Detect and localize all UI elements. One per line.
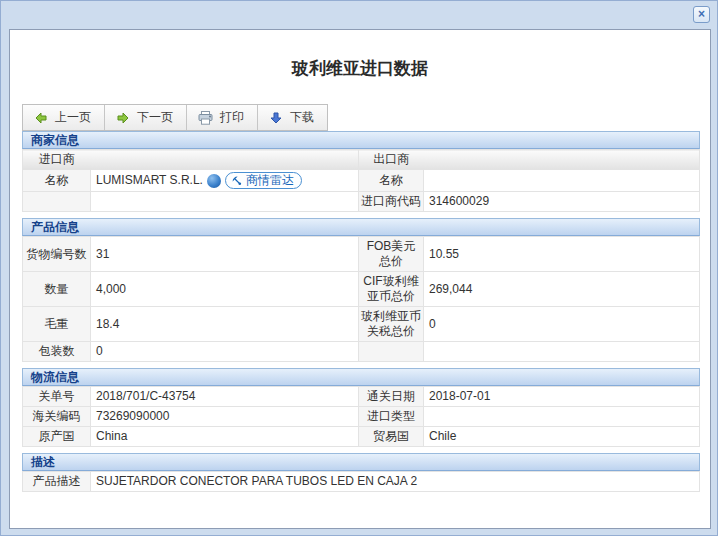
section-logistics: 物流信息 关单号 2018/701/C-43754 通关日期 2018-07-0…	[22, 368, 700, 447]
table-row: 进口商代码 314600029	[23, 192, 700, 212]
toolbar: 上一页 下一页 打印 下载	[22, 104, 328, 131]
radar-badge[interactable]: 商情雷达	[225, 172, 302, 189]
field-value: 4,000	[91, 272, 359, 307]
page-title: 玻利维亚进口数据	[10, 57, 710, 81]
section-merchant: 商家信息 进口商 出口商 名称 LUMISMART S.R.L.	[22, 131, 700, 212]
importer-name: LUMISMART S.R.L.	[96, 173, 203, 188]
green-arrow-right-icon	[116, 111, 130, 125]
table-row: 海关编码 73269090000 进口类型	[23, 407, 700, 427]
field-label: 贸易国	[359, 427, 424, 447]
next-page-button[interactable]: 下一页	[105, 105, 187, 130]
importer-column-header: 进口商	[23, 150, 91, 170]
table-row: 包装数 0	[23, 342, 700, 362]
field-value	[424, 170, 700, 192]
print-button[interactable]: 打印	[187, 105, 258, 130]
download-label: 下载	[290, 109, 314, 126]
field-label: 原产国	[23, 427, 91, 447]
prev-page-label: 上一页	[55, 109, 91, 126]
section-header-product: 产品信息	[22, 218, 700, 236]
field-value: 2018/701/C-43754	[91, 387, 359, 407]
field-value: 10.55	[424, 237, 700, 272]
field-value: 0	[424, 307, 700, 342]
field-value: 269,044	[424, 272, 700, 307]
field-value: SUJETARDOR CONECTOR PARA TUBOS LED EN CA…	[91, 472, 700, 492]
print-label: 打印	[220, 109, 244, 126]
field-value: 2018-07-01	[424, 387, 700, 407]
field-label: 名称	[359, 170, 424, 192]
table-row: 原产国 China 贸易国 Chile	[23, 427, 700, 447]
description-table: 产品描述 SUJETARDOR CONECTOR PARA TUBOS LED …	[22, 471, 700, 492]
radar-badge-label: 商情雷达	[246, 173, 294, 188]
field-label: 包装数	[23, 342, 91, 362]
field-label: 名称	[23, 170, 91, 192]
field-value: 0	[91, 342, 359, 362]
table-row: 进口商 出口商	[23, 150, 700, 170]
field-value: China	[91, 427, 359, 447]
section-product: 产品信息 货物编号数 31 FOB美元总价 10.55 数量 4,000 CIF…	[22, 218, 700, 362]
next-page-label: 下一页	[137, 109, 173, 126]
field-label: 关单号	[23, 387, 91, 407]
field-label: CIF玻利维亚币总价	[359, 272, 424, 307]
section-header-logistics: 物流信息	[22, 368, 700, 386]
green-arrow-left-icon	[34, 111, 48, 125]
field-value: 31	[91, 237, 359, 272]
field-label: FOB美元总价	[359, 237, 424, 272]
close-button[interactable]: ×	[693, 6, 710, 23]
close-icon: ×	[698, 7, 705, 21]
download-button[interactable]: 下载	[258, 105, 327, 130]
field-label: 海关编码	[23, 407, 91, 427]
dialog-frame: × 玻利维亚进口数据 上一页 下一页	[0, 0, 718, 536]
field-label: 产品描述	[23, 472, 91, 492]
product-table: 货物编号数 31 FOB美元总价 10.55 数量 4,000 CIF玻利维亚币…	[22, 236, 700, 362]
table-row: 货物编号数 31 FOB美元总价 10.55	[23, 237, 700, 272]
field-label: 货物编号数	[23, 237, 91, 272]
merchant-table: 进口商 出口商 名称 LUMISMART S.R.L.	[22, 149, 700, 212]
field-value	[424, 407, 700, 427]
table-row: 关单号 2018/701/C-43754 通关日期 2018-07-01	[23, 387, 700, 407]
logistics-table: 关单号 2018/701/C-43754 通关日期 2018-07-01 海关编…	[22, 386, 700, 447]
prev-page-button[interactable]: 上一页	[23, 105, 105, 130]
field-value: Chile	[424, 427, 700, 447]
field-label	[359, 342, 424, 362]
field-label: 通关日期	[359, 387, 424, 407]
table-row: 名称 LUMISMART S.R.L. 商情雷达	[23, 170, 700, 192]
exporter-column-header: 出口商	[359, 150, 424, 170]
field-label: 进口商代码	[359, 192, 424, 212]
radar-dish-icon	[231, 175, 243, 187]
table-row: 数量 4,000 CIF玻利维亚币总价 269,044	[23, 272, 700, 307]
field-label: 数量	[23, 272, 91, 307]
section-header-description: 描述	[22, 453, 700, 471]
blue-arrow-down-icon	[269, 111, 283, 125]
field-label: 玻利维亚币关税总价	[359, 307, 424, 342]
field-value: 18.4	[91, 307, 359, 342]
field-value	[424, 342, 700, 362]
field-label: 毛重	[23, 307, 91, 342]
field-value: 314600029	[424, 192, 700, 212]
field-value: 73269090000	[91, 407, 359, 427]
table-row: 毛重 18.4 玻利维亚币关税总价 0	[23, 307, 700, 342]
table-row: 产品描述 SUJETARDOR CONECTOR PARA TUBOS LED …	[23, 472, 700, 492]
content-panel: 玻利维亚进口数据 上一页 下一页	[9, 29, 711, 529]
section-header-merchant: 商家信息	[22, 131, 700, 149]
section-description: 描述 产品描述 SUJETARDOR CONECTOR PARA TUBOS L…	[22, 453, 700, 492]
field-label: 进口类型	[359, 407, 424, 427]
globe-icon[interactable]	[207, 174, 221, 188]
printer-icon	[198, 111, 213, 125]
